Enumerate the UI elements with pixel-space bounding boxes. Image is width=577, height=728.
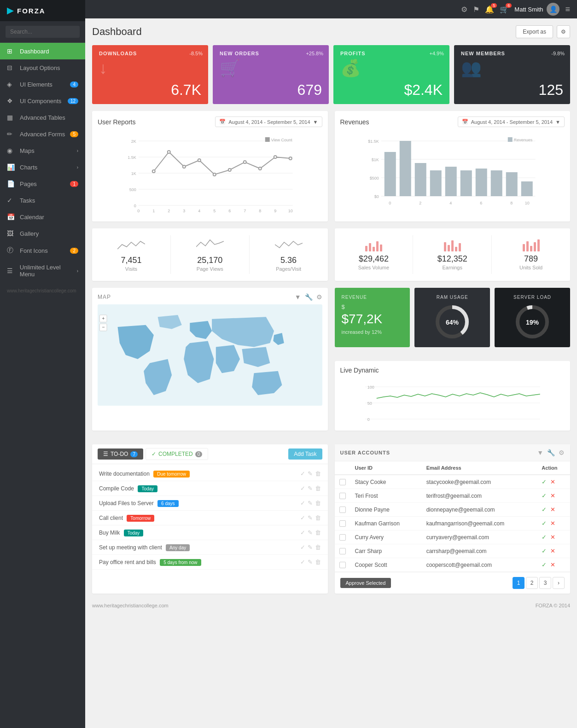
accounts-settings-icon[interactable]: 🔧 <box>547 449 555 456</box>
sidebar-item-font-icons[interactable]: Ⓕ Font Icons 2 <box>0 242 85 259</box>
task-edit-icon[interactable]: ✎ <box>308 529 313 536</box>
sidebar-label-tasks: Tasks <box>20 197 35 204</box>
sidebar-item-unlimited-menu[interactable]: ☰ Unlimited Level Menu › <box>0 259 85 282</box>
task-edit-icon[interactable]: ✎ <box>308 514 313 521</box>
sidebar-item-maps[interactable]: ◉ Maps › <box>0 142 85 159</box>
task-edit-icon[interactable]: ✎ <box>308 470 313 477</box>
sidebar-item-pages[interactable]: 📄 Pages 1 <box>0 175 85 192</box>
topbar-user: Matt Smith 👤 <box>514 3 560 16</box>
approve-icon[interactable]: ✓ <box>542 492 547 499</box>
search-input[interactable] <box>6 26 80 38</box>
row-checkbox[interactable] <box>339 562 346 568</box>
task-edit-icon[interactable]: ✎ <box>308 485 313 492</box>
revenues-date-picker[interactable]: 📅 August 4, 2014 - September 5, 2014 ▼ <box>458 116 565 127</box>
export-button[interactable]: Export as <box>516 25 553 38</box>
task-check-icon[interactable]: ✓ <box>300 500 305 507</box>
live-dynamic-chart: 100 50 0 <box>340 378 565 424</box>
mini-stat-pages-visit: 5.36 Pages/Visit <box>250 235 328 274</box>
task-edit-icon[interactable]: ✎ <box>308 559 313 565</box>
task-check-icon[interactable]: ✓ <box>300 514 305 521</box>
svg-rect-43 <box>414 163 426 196</box>
svg-rect-49 <box>506 172 517 196</box>
sidebar-item-tasks[interactable]: ✓ Tasks <box>0 192 85 209</box>
task-delete-icon[interactable]: 🗑 <box>315 500 321 507</box>
task-delete-icon[interactable]: 🗑 <box>315 514 321 521</box>
footer-url: www.heritagechristiancollege.com <box>92 603 169 608</box>
approve-icon[interactable]: ✓ <box>542 534 547 541</box>
delete-icon[interactable]: ✕ <box>550 478 555 485</box>
approve-icon[interactable]: ✓ <box>542 547 547 554</box>
accounts-gear-icon[interactable]: ⚙ <box>559 449 565 456</box>
delete-icon[interactable]: ✕ <box>550 534 555 541</box>
row-checkbox[interactable] <box>339 520 346 527</box>
sidebar-item-advanced-forms[interactable]: ✏ Advanced Forms 5 <box>0 126 85 142</box>
map-collapse-icon[interactable]: ▼ <box>295 293 301 301</box>
sidebar-item-calendar[interactable]: 📅 Calendar <box>0 209 85 225</box>
downloads-value: 6.7K <box>99 82 201 99</box>
task-edit-icon[interactable]: ✎ <box>308 544 313 551</box>
stat-card-members: NEW MEMBERS -9.8% 👥 125 <box>454 45 570 104</box>
map-settings-icon[interactable]: 🔧 <box>305 293 313 301</box>
delete-icon[interactable]: ✕ <box>550 492 555 499</box>
todo-tab[interactable]: ☰ TO-DO 7 <box>98 448 143 460</box>
task-edit-icon[interactable]: ✎ <box>308 500 313 507</box>
delete-icon[interactable]: ✕ <box>550 506 555 513</box>
ui-components-badge: 12 <box>68 98 78 104</box>
user-reports-date-picker[interactable]: 📅 August 4, 2014 - September 5, 2014 ▼ <box>215 116 322 127</box>
sidebar-item-ui-elements[interactable]: ◈ UI Elements 4 <box>0 76 85 93</box>
user-email: stacycooke@geemail.com <box>422 475 537 489</box>
approve-icon[interactable]: ✓ <box>542 561 547 568</box>
accounts-collapse-icon[interactable]: ▼ <box>537 449 543 456</box>
task-delete-icon[interactable]: 🗑 <box>315 559 321 565</box>
topbar-menu-icon[interactable]: ≡ <box>565 5 570 14</box>
task-delete-icon[interactable]: 🗑 <box>315 485 321 492</box>
map-gear-icon[interactable]: ⚙ <box>316 293 322 301</box>
delete-icon[interactable]: ✕ <box>550 520 555 527</box>
sidebar-item-layout[interactable]: ⊟ Layout Options <box>0 59 85 76</box>
topbar-flag-icon[interactable]: ⚑ <box>473 5 479 14</box>
delete-icon[interactable]: ✕ <box>550 561 555 568</box>
task-delete-icon[interactable]: 🗑 <box>315 470 321 477</box>
svg-rect-45 <box>445 167 456 196</box>
task-check-icon[interactable]: ✓ <box>300 559 305 565</box>
settings-button[interactable]: ⚙ <box>557 25 570 38</box>
row-checkbox[interactable] <box>339 507 346 513</box>
task-delete-icon[interactable]: 🗑 <box>315 544 321 551</box>
add-task-button[interactable]: Add Task <box>288 448 322 460</box>
sidebar-item-charts[interactable]: 📊 Charts › <box>0 159 85 175</box>
user-accounts-panel: USER ACCOUNTS ▼ 🔧 ⚙ User ID Email Addres… <box>335 444 571 594</box>
page-3-button[interactable]: 3 <box>539 577 551 589</box>
task-check-icon[interactable]: ✓ <box>300 485 305 492</box>
sidebar-item-gallery[interactable]: 🖼 Gallery <box>0 225 85 242</box>
svg-text:64%: 64% <box>446 319 459 326</box>
topbar-cart-icon[interactable]: 🛒 6 <box>500 5 509 14</box>
approve-icon[interactable]: ✓ <box>542 520 547 527</box>
mini-stat-pageviews: 25,170 Page Views <box>171 235 250 274</box>
completed-tab[interactable]: ✓ COMPLETED 0 <box>146 448 208 460</box>
topbar-gear-icon[interactable]: ⚙ <box>461 5 467 14</box>
sidebar-item-dashboard[interactable]: ⊞ Dashboard <box>0 43 85 59</box>
row-checkbox[interactable] <box>339 534 346 541</box>
page-2-button[interactable]: 2 <box>526 577 538 589</box>
task-delete-icon[interactable]: 🗑 <box>315 529 321 536</box>
sidebar-item-advanced-tables[interactable]: ▦ Advanced Tables <box>0 109 85 126</box>
page-next-button[interactable]: › <box>553 577 565 589</box>
task-check-icon[interactable]: ✓ <box>300 470 305 477</box>
row-checkbox[interactable] <box>339 548 346 554</box>
page-title: Dashboard <box>92 26 142 38</box>
sidebar-item-ui-components[interactable]: ❖ UI Components 12 <box>0 93 85 109</box>
task-check-icon[interactable]: ✓ <box>300 529 305 536</box>
topbar-bell-icon[interactable]: 🔔 5 <box>485 5 494 14</box>
stat-card-orders: NEW ORDERS +25.8% 🛒 679 <box>213 45 329 104</box>
row-checkbox[interactable] <box>339 493 346 499</box>
svg-point-23 <box>183 165 186 168</box>
row-checkbox[interactable] <box>339 479 346 485</box>
delete-icon[interactable]: ✕ <box>550 547 555 554</box>
page-1-button[interactable]: 1 <box>513 577 525 589</box>
task-check-icon[interactable]: ✓ <box>300 544 305 551</box>
approve-selected-button[interactable]: Approve Selected <box>340 578 391 588</box>
approve-icon[interactable]: ✓ <box>542 478 547 485</box>
ui-elements-icon: ◈ <box>7 81 16 88</box>
approve-icon[interactable]: ✓ <box>542 506 547 513</box>
user-reports-panel: User Reports 📅 August 4, 2014 - Septembe… <box>92 111 328 221</box>
